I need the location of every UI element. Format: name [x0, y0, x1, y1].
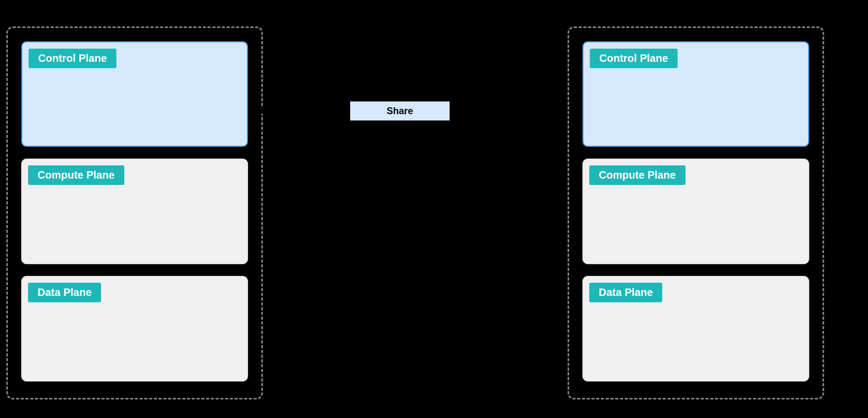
connector-line-right	[450, 110, 569, 112]
plane-label: Control Plane	[29, 49, 116, 68]
plane-label: Data Plane	[28, 283, 101, 302]
left-control-plane: Control Plane	[21, 41, 248, 147]
right-control-plane: Control Plane	[582, 41, 809, 147]
plane-label: Compute Plane	[589, 165, 686, 185]
right-compute-plane: Compute Plane	[582, 159, 809, 264]
share-label: Share	[387, 106, 413, 117]
left-data-plane: Data Plane	[21, 276, 248, 382]
right-data-plane: Data Plane	[582, 276, 809, 382]
left-compute-plane: Compute Plane	[21, 159, 248, 264]
plane-label: Data Plane	[589, 283, 662, 302]
share-box: Share	[349, 100, 451, 122]
connector-line-left	[263, 110, 351, 112]
right-workspace-container: Control Plane Compute Plane Data Plane	[568, 26, 824, 400]
plane-label: Compute Plane	[28, 165, 124, 185]
left-workspace-container: Control Plane Compute Plane Data Plane	[6, 26, 263, 400]
plane-label: Control Plane	[590, 49, 678, 68]
arrowhead-left-icon	[258, 106, 265, 116]
